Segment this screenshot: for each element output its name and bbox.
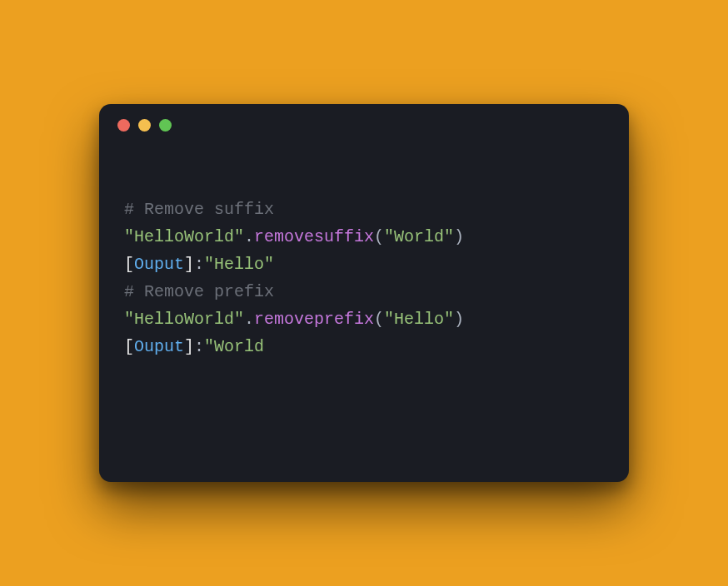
code-line: [Ouput]:"Hello" <box>124 251 604 278</box>
string-literal: "Hello" <box>204 255 274 274</box>
output-label: Ouput <box>134 255 184 274</box>
bracket-open: [ <box>124 255 134 274</box>
string-literal: "HelloWorld" <box>124 227 244 246</box>
bracket-open: [ <box>124 337 134 356</box>
code-line: "HelloWorld".removeprefix("Hello") <box>124 305 604 333</box>
string-literal: "World <box>204 337 264 356</box>
string-literal: "HelloWorld" <box>124 310 244 329</box>
method-name: removesuffix <box>254 227 374 246</box>
code-line: [Ouput]:"World <box>124 333 604 360</box>
paren-close: ) <box>454 227 464 246</box>
colon: : <box>194 337 204 356</box>
titlebar <box>99 104 629 146</box>
bracket-close: ] <box>184 337 194 356</box>
code-area: # Remove suffix"HelloWorld".removesuffix… <box>99 146 629 377</box>
method-name: removeprefix <box>254 310 374 329</box>
comment-text: # Remove prefix <box>124 282 274 301</box>
code-line: # Remove suffix <box>124 196 604 223</box>
dot-operator: . <box>244 227 254 246</box>
code-line: "HelloWorld".removesuffix("World") <box>124 223 604 251</box>
bracket-close: ] <box>184 255 194 274</box>
code-line: # Remove prefix <box>124 278 604 305</box>
paren-close: ) <box>454 310 464 329</box>
string-literal: "Hello" <box>384 310 454 329</box>
code-window: # Remove suffix"HelloWorld".removesuffix… <box>99 104 629 482</box>
paren-open: ( <box>374 227 384 246</box>
colon: : <box>194 255 204 274</box>
comment-text: # Remove suffix <box>124 200 274 219</box>
output-label: Ouput <box>134 337 184 356</box>
string-literal: "World" <box>384 227 454 246</box>
close-icon[interactable] <box>117 119 130 132</box>
dot-operator: . <box>244 310 254 329</box>
maximize-icon[interactable] <box>159 119 172 132</box>
paren-open: ( <box>374 310 384 329</box>
minimize-icon[interactable] <box>138 119 151 132</box>
